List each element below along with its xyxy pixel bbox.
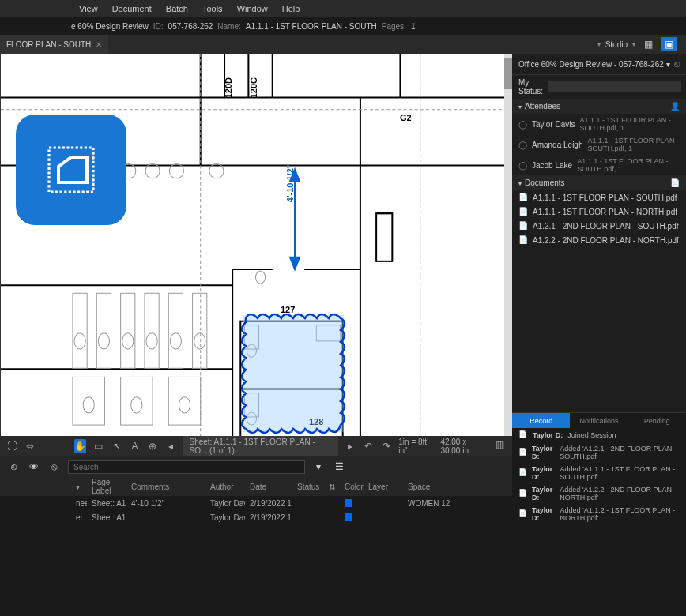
document-row[interactable]: 📄A1.2.2 - 2ND FLOOR PLAN - NORTH.pdf [512,233,686,247]
menu-window[interactable]: Window [237,4,268,13]
cloud-border [238,310,349,436]
document-icon: 📄 [518,430,528,440]
pdf-icon: 📄 [518,235,528,245]
expand-column[interactable]: ▾ [71,483,87,491]
zoom-tool-icon[interactable]: ⊕ [147,439,159,453]
cloud-markup[interactable] [238,310,349,436]
add-document-icon[interactable]: 📄 [670,178,680,187]
pan-tool-icon[interactable]: ✋ [74,439,86,453]
vertical-scrollbar[interactable] [504,54,512,436]
next-page-icon[interactable]: ▸ [345,439,356,453]
status-input[interactable] [548,81,681,92]
attendee-row[interactable]: ◯ Jacob Lake A1.1.1 - 1ST FLOOR PLAN - S… [512,155,686,175]
studio-projects-button[interactable]: ▦ [640,37,656,51]
document-tab[interactable]: FLOOR PLAN - SOUTH ✕ [0,35,108,54]
prev-page-icon[interactable]: ◂ [165,439,177,453]
column-page[interactable]: Page Label [87,478,126,495]
room-label: 120C [249,77,258,98]
infobar: e 60% Design Review ID: 057-768-262 Name… [0,17,686,35]
fit-width-icon[interactable]: ⬄ [24,439,36,453]
column-author[interactable]: Author [205,483,245,491]
tab-record[interactable]: Record [512,413,570,428]
activity-row[interactable]: 📄Taylor D:Added 'A1.1.1 - 1ST FLOOR PLAN… [512,463,686,483]
sort-icon[interactable]: ⇅ [324,483,340,491]
select-tool-icon[interactable]: ▭ [92,439,104,453]
attendee-doc: A1.1.1 - 1ST FLOOR PLAN - SOUTH.pdf, 1 [577,157,680,173]
svg-point-47 [179,397,190,413]
review-name: e 60% Design Review [71,22,149,31]
cell-comments: 4'-10 1/2" [126,499,205,508]
studio-sessions-button[interactable]: ▣ [661,37,677,51]
svg-marker-56 [290,257,300,269]
svg-rect-34 [168,293,183,368]
pointer-tool-icon[interactable]: ↖ [111,439,122,453]
tab-pending[interactable]: Pending [628,413,686,428]
chevron-down-icon: ▾ [518,180,522,187]
page-settings-icon[interactable]: ▥ [495,438,506,452]
attendee-name: Taylor Davis [532,120,575,129]
color-swatch [345,513,352,521]
chevron-down-icon[interactable]: ▾ [597,41,601,48]
column-layer[interactable]: Layer [364,483,403,491]
cell-page: Sheet: A1.1... [87,513,126,522]
search-input[interactable] [68,460,305,474]
id-value: 057-768-262 [168,22,213,31]
activity-row[interactable]: 📄Taylor D:Added 'A1.2.2 - 2ND FLOOR PLAN… [512,483,686,504]
rotate-left-icon[interactable]: ↶ [363,439,375,453]
svg-rect-33 [145,293,159,368]
document-row[interactable]: 📄A1.1.1 - 1ST FLOOR PLAN - NORTH.pdf [512,205,686,219]
table-row[interactable]: neer Sheet: A1.1... 4'-10 1/2" Taylor Da… [0,496,512,510]
column-color[interactable]: Color [340,483,364,491]
row-type: neer [71,499,87,508]
dimension-annotation[interactable]: 4'-10 1/2" [285,164,295,202]
column-space[interactable]: Space [403,483,450,491]
follow-icon[interactable]: 👤 [670,102,680,111]
close-icon[interactable]: ✕ [96,40,102,49]
menu-batch[interactable]: Batch [166,4,188,13]
menu-tools[interactable]: Tools [202,4,223,13]
column-date[interactable]: Date [245,483,292,491]
sheet-dropdown[interactable]: Sheet: A1.1.1 - 1ST FLOOR PLAN - SO... (… [183,436,337,456]
cell-date: 2/19/2022 11:48:53... [245,513,292,522]
svg-point-46 [131,397,142,413]
table-row[interactable]: er Sheet: A1.1... Taylor Davis 2/19/2022… [0,510,512,524]
filter-dropdown-icon[interactable]: ▾ [311,460,326,474]
document-icon: 📄 [518,448,527,457]
cell-space: WOMEN 126 [403,499,450,508]
documents-header[interactable]: ▾Documents 📄 [512,175,686,190]
menu-help[interactable]: Help [282,4,300,13]
attendees-header[interactable]: ▾Attendees 👤 [512,99,686,114]
filter-icon[interactable]: ⎋ [6,460,21,474]
activity-row[interactable]: 📄Taylor D:Added 'A1.2.1 - 2ND FLOOR PLAN… [512,442,686,463]
fit-page-icon[interactable]: ⛶ [6,439,18,453]
session-header[interactable]: Office 60% Design Review - 057-768-262 ▾… [512,54,686,75]
studio-label: Studio [605,40,628,49]
attendee-row[interactable]: ◯ Amanda Leigh A1.1.1 - 1ST FLOOR PLAN -… [512,134,686,155]
hide-icon[interactable]: ⦸ [47,460,62,474]
menu-view[interactable]: View [79,4,98,13]
tab-notifications[interactable]: Notifications [570,413,628,428]
visibility-icon[interactable]: 👁 [27,460,41,474]
column-status[interactable]: Status [292,483,324,491]
drawing-canvas[interactable]: 4'-10 1/2" G2 120D 120C 127 128 [0,54,512,436]
rotate-right-icon[interactable]: ↷ [380,439,392,453]
pdf-icon: 📄 [518,221,528,231]
leave-session-icon[interactable]: ⎋ [674,58,680,69]
svg-rect-19 [376,213,392,261]
document-row[interactable]: 📄A1.2.1 - 2ND FLOOR PLAN - SOUTH.pdf [512,219,686,233]
status-label: My Status: [518,78,543,96]
list-view-icon[interactable]: ☰ [332,460,346,474]
attendee-row[interactable]: ◯ Taylor Davis A1.1.1 - 1ST FLOOR PLAN -… [512,114,686,134]
svg-point-41 [194,333,205,349]
table-header: ▾ Page Label Comments Author Date Status… [0,477,512,496]
chevron-down-icon[interactable]: ▾ [632,41,635,48]
activity-row[interactable]: 📄Taylor D:Added 'A1.1.2 - 1ST FLOOR PLAN… [512,504,686,524]
tabbar: FLOOR PLAN - SOUTH ✕ ▾ Studio ▾ ▦ ▣ [0,35,686,54]
menu-document[interactable]: Document [112,4,152,13]
text-tool-icon[interactable]: A [129,439,141,453]
column-comments[interactable]: Comments [126,483,205,491]
activity-row[interactable]: 📄Taylor D:Joined Session [512,428,686,442]
document-row[interactable]: 📄A1.1.1 - 1ST FLOOR PLAN - SOUTH.pdf [512,190,686,205]
filter-bar: ⎋ 👁 ⦸ ▾ ☰ [0,456,512,477]
id-label: ID: [153,22,164,31]
